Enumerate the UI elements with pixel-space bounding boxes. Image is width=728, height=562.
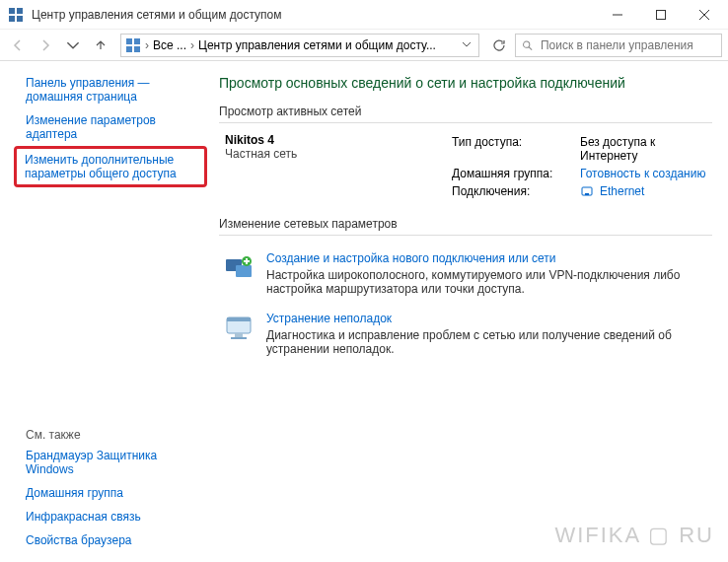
nav-back-button[interactable] <box>6 34 30 57</box>
breadcrumb-item[interactable]: Все ... <box>153 38 186 52</box>
svg-rect-8 <box>126 38 132 44</box>
search-input[interactable] <box>539 37 715 53</box>
network-name: Nikitos 4 <box>225 133 452 147</box>
prop-label: Тип доступа: <box>452 135 580 149</box>
watermark: WIFIKA ▢ RU <box>554 523 714 548</box>
breadcrumb-item[interactable]: Центр управления сетями и общим досту... <box>198 38 436 52</box>
close-button[interactable] <box>683 0 726 30</box>
task-item: Устранение неполадок Диагностика и испра… <box>219 306 712 366</box>
see-also: См. также Брандмауэр Защитника Windows Д… <box>16 422 207 552</box>
breadcrumb-dropdown[interactable] <box>459 38 474 52</box>
window-title: Центр управления сетями и общим доступом <box>32 8 596 22</box>
see-also-title: См. также <box>16 422 207 444</box>
svg-rect-2 <box>9 16 15 22</box>
nav-forward-button[interactable] <box>34 34 57 57</box>
see-also-link-homegroup[interactable]: Домашняя группа <box>16 481 207 505</box>
breadcrumb-icon <box>125 37 141 53</box>
svg-line-13 <box>529 46 532 49</box>
connection-link[interactable]: Ethernet <box>580 184 644 198</box>
search-icon <box>522 39 533 51</box>
window-controls <box>596 0 726 30</box>
ethernet-icon <box>580 184 594 198</box>
toolbar: › Все ... › Центр управления сетями и об… <box>0 30 728 61</box>
network-type: Частная сеть <box>225 147 452 161</box>
connection-name: Ethernet <box>600 184 644 198</box>
see-also-link-firewall[interactable]: Брандмауэр Защитника Windows <box>16 444 207 481</box>
minimize-button[interactable] <box>596 0 639 30</box>
task-link-new-connection[interactable]: Создание и настройка нового подключения … <box>266 251 556 265</box>
task-item: Создание и настройка нового подключения … <box>219 246 712 306</box>
chevron-right-icon: › <box>145 38 149 52</box>
network-name-block: Nikitos 4 Частная сеть <box>225 133 452 203</box>
troubleshoot-icon <box>223 312 255 343</box>
sidebar-link-home[interactable]: Панель управления — домашняя страница <box>16 71 207 108</box>
svg-rect-0 <box>9 8 15 14</box>
svg-rect-10 <box>126 46 132 52</box>
task-link-troubleshoot[interactable]: Устранение неполадок <box>266 312 392 325</box>
sidebar-link-sharing[interactable]: Изменить дополнительные параметры общего… <box>14 146 207 187</box>
svg-point-12 <box>524 41 530 47</box>
nav-dropdown-button[interactable] <box>61 34 85 57</box>
network-props: Тип доступа: Без доступа к Интернету Дом… <box>452 133 712 203</box>
prop-label: Подключения: <box>452 184 580 198</box>
prop-label: Домашняя группа: <box>452 167 580 180</box>
homegroup-link[interactable]: Готовность к созданию <box>580 167 705 180</box>
sidebar-link-adapter[interactable]: Изменение параметров адаптера <box>16 108 207 146</box>
refresh-button[interactable] <box>487 34 511 57</box>
prop-value: Без доступа к Интернету <box>580 135 712 163</box>
chevron-right-icon: › <box>190 38 194 52</box>
svg-rect-1 <box>17 8 23 14</box>
app-icon <box>8 7 24 23</box>
svg-rect-22 <box>227 317 251 321</box>
main: Просмотр основных сведений о сети и наст… <box>207 61 728 562</box>
svg-rect-15 <box>585 193 589 195</box>
svg-rect-24 <box>231 337 247 339</box>
breadcrumb[interactable]: › Все ... › Центр управления сетями и об… <box>120 34 479 57</box>
sidebar: Панель управления — домашняя страница Из… <box>0 61 207 562</box>
svg-rect-11 <box>134 46 140 52</box>
search-box[interactable] <box>515 34 722 57</box>
nav-up-button[interactable] <box>89 34 112 57</box>
task-desc: Диагностика и исправление проблем с сеть… <box>266 328 712 356</box>
svg-rect-3 <box>17 16 23 22</box>
svg-rect-17 <box>236 265 252 277</box>
maximize-button[interactable] <box>639 0 683 30</box>
content: Панель управления — домашняя страница Из… <box>0 61 728 562</box>
svg-rect-23 <box>235 333 243 337</box>
active-networks-header: Просмотр активных сетей <box>219 105 712 123</box>
new-connection-icon <box>223 251 255 283</box>
titlebar: Центр управления сетями и общим доступом <box>0 0 728 30</box>
svg-rect-5 <box>657 10 666 19</box>
task-desc: Настройка широкополосного, коммутируемог… <box>266 268 712 296</box>
see-also-link-browser[interactable]: Свойства браузера <box>16 528 207 552</box>
see-also-link-infrared[interactable]: Инфракрасная связь <box>16 505 207 528</box>
network-row: Nikitos 4 Частная сеть Тип доступа: Без … <box>219 133 712 217</box>
change-settings-header: Изменение сетевых параметров <box>219 217 712 236</box>
page-title: Просмотр основных сведений о сети и наст… <box>219 75 712 91</box>
svg-rect-9 <box>134 38 140 44</box>
